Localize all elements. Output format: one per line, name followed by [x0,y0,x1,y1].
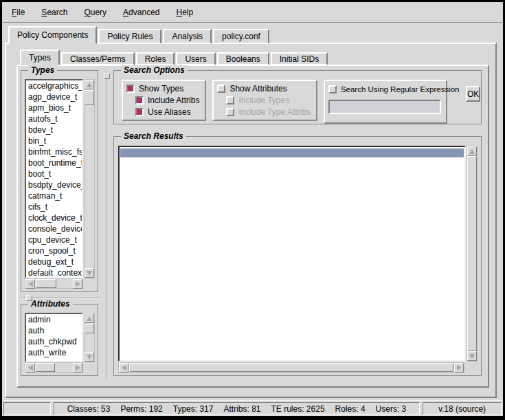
checkbox-show-types[interactable]: Show Types [126,83,199,95]
ok-button[interactable]: OK [466,86,480,102]
vertical-pane-sash[interactable] [103,70,110,379]
checkbox-indicator [135,96,144,104]
types-vertical-scrollbar[interactable] [84,79,95,278]
types-horizontal-scrollbar[interactable] [25,278,83,289]
search-results-text[interactable] [118,146,466,362]
scroll-track[interactable] [85,323,94,352]
right-pane: Search Options Show Types Include Attrib… [113,70,482,377]
list-item[interactable]: cifs_t [26,201,82,212]
list-item[interactable]: autofs_t [26,113,82,124]
tab-analysis[interactable]: Analysis [163,29,212,44]
checkbox-indicator [126,85,135,93]
scroll-track[interactable] [35,279,73,288]
list-item[interactable]: clock_device_t [26,212,82,223]
tab-types[interactable]: Types [20,49,60,65]
checkbox-label: Use Aliases [148,107,191,117]
scroll-thumb[interactable] [36,363,55,372]
tab-initial-sids[interactable]: Initial SIDs [271,52,328,65]
attributes-listbox[interactable]: admin auth auth_chkpwd auth_write [25,313,83,362]
checkbox-indicator [226,108,234,116]
components-tab-bar: Types Classes/Perms Roles Users Booleans… [20,49,329,65]
scroll-up-button[interactable] [85,80,94,89]
tab-analysis-label: Analysis [172,32,203,41]
list-item[interactable]: default_context [26,267,82,278]
checkbox-use-aliases[interactable]: Use Aliases [135,106,199,118]
attributes-vertical-scrollbar[interactable] [84,313,95,362]
scroll-thumb[interactable] [467,156,477,351]
tab-types-label: Types [29,53,51,63]
menu-advanced-mnemonic: A [123,8,128,17]
list-item[interactable]: cpu_device_t [26,234,82,245]
scroll-thumb[interactable] [129,363,453,372]
scroll-track[interactable] [35,363,73,372]
scroll-right-button[interactable] [73,279,82,289]
tab-classes-perms[interactable]: Classes/Perms [61,52,135,65]
scroll-right-button[interactable] [454,363,464,373]
arrow-left-icon [28,365,33,371]
list-item[interactable]: agp_device_t [26,91,82,102]
tab-policy-components[interactable]: Policy Components [8,26,97,44]
tab-users[interactable]: Users [176,52,215,65]
scroll-down-button[interactable] [467,351,477,361]
list-item[interactable]: catman_t [26,190,82,201]
scroll-left-button[interactable] [25,363,35,373]
attributes-horizontal-scrollbar[interactable] [25,362,83,373]
scroll-track[interactable] [85,89,94,268]
stat-types: Types: 317 [173,404,214,414]
menu-help[interactable]: Help [169,6,200,19]
selected-line-highlight [120,148,464,157]
scroll-thumb[interactable] [85,90,94,105]
checkbox-label: Include Type Attribs [238,107,311,117]
tab-policy-rules-label: Policy Rules [107,32,153,41]
menu-file[interactable]: File [5,6,32,19]
scroll-track[interactable] [128,363,454,372]
tab-roles[interactable]: Roles [136,52,175,65]
scroll-up-button[interactable] [85,313,94,323]
arrow-down-icon [87,271,92,276]
menu-advanced[interactable]: Advanced [116,6,166,19]
list-item[interactable]: cron_spool_t [26,245,82,256]
list-item[interactable]: auth [26,325,82,336]
list-item[interactable]: debug_ext_t [26,256,82,267]
list-item[interactable]: accelgraphics_e [26,80,82,91]
show-types-frame: Show Types Include Attribs Use Aliases [122,80,206,121]
regex-input[interactable] [328,100,441,114]
sash-line [106,70,107,379]
scroll-down-button[interactable] [85,352,94,362]
sash-handle[interactable] [26,295,32,301]
list-item[interactable]: boot_runtime_t [26,157,82,168]
scroll-thumb[interactable] [85,324,94,333]
list-item[interactable]: bsdpty_device_ [26,179,82,190]
tab-booleans[interactable]: Booleans [217,52,269,65]
tab-policy-conf[interactable]: policy.conf [213,29,269,44]
list-item[interactable]: apm_bios_t [26,102,82,113]
sash-handle[interactable] [104,73,110,79]
checkbox-show-attributes[interactable]: Show Attributes [217,83,311,95]
menu-help-label: elp [182,8,193,17]
scroll-thumb[interactable] [36,279,56,288]
list-item[interactable]: bin_t [26,135,82,146]
results-vertical-scrollbar[interactable] [467,146,478,362]
list-item[interactable]: boot_t [26,168,82,179]
arrow-right-icon [76,281,80,287]
checkbox-include-attribs[interactable]: Include Attribs [135,95,199,107]
scroll-left-button[interactable] [25,279,35,289]
scroll-down-button[interactable] [85,268,94,278]
scroll-right-button[interactable] [73,363,82,373]
checkbox-regex[interactable]: Search Using Regular Expression [328,83,440,95]
list-item[interactable]: binfmt_misc_fs [26,146,82,157]
list-item[interactable]: auth_write [26,347,82,358]
scroll-track[interactable] [467,156,477,351]
scroll-up-button[interactable] [467,146,477,156]
results-horizontal-scrollbar[interactable] [118,362,464,373]
tab-policy-rules[interactable]: Policy Rules [98,29,161,44]
tab-booleans-label: Booleans [226,54,260,64]
list-item[interactable]: auth_chkpwd [26,336,82,347]
menu-search[interactable]: Search [34,6,74,19]
list-item[interactable]: console_device [26,223,82,234]
scroll-left-button[interactable] [119,363,128,373]
types-listbox[interactable]: accelgraphics_e agp_device_t apm_bios_t … [25,79,83,278]
menu-query[interactable]: Query [77,6,113,19]
list-item[interactable]: bdev_t [26,124,82,135]
list-item[interactable]: admin [26,314,82,325]
